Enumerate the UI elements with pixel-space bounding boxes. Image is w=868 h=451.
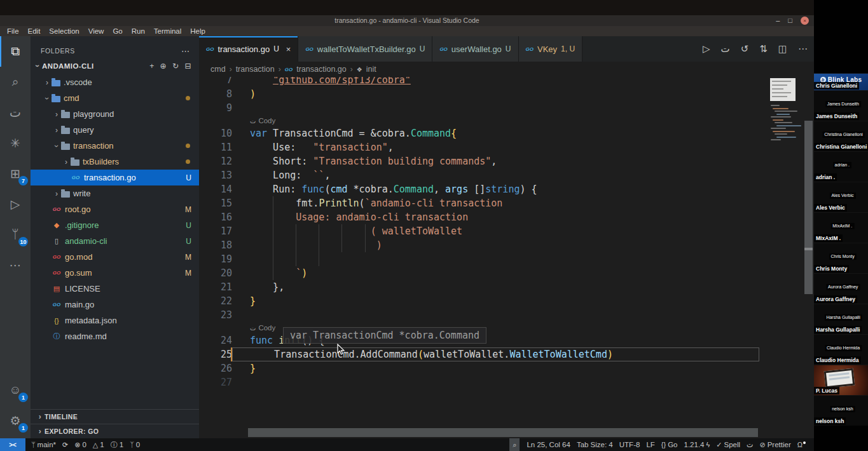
minimap[interactable] — [768, 77, 801, 178]
sync-icon[interactable]: ⟳ — [59, 438, 71, 451]
tab-transaction.go[interactable]: GOtransaction.goU× — [199, 36, 298, 62]
code-line-7[interactable]: 7 "github.com/spf13/cobra" — [199, 77, 759, 87]
participant-tile-Claudio Hermida[interactable]: Claudio HermidaClaudio Hermida — [814, 334, 868, 365]
code-line-11[interactable]: 11 Use: "transaction", — [199, 140, 759, 154]
collapse-button[interactable]: ⊟ — [185, 62, 191, 71]
activity-source-control-icon[interactable]: ᛘ10 — [0, 219, 31, 250]
code-line-16[interactable]: 16 Usage: andamio-cli transaction — [199, 210, 759, 224]
new-folder-button[interactable]: ⊕ — [160, 62, 167, 71]
activity-explorer-icon[interactable]: ⧉ — [0, 36, 31, 67]
codelens[interactable]: تCody — [199, 115, 759, 126]
tree-item-txBuilders[interactable]: ›txBuilders — [31, 154, 199, 170]
tree-item-andamio-cli[interactable]: ▯andamio-cliU — [31, 233, 199, 249]
tree-item-.vscode[interactable]: ›.vscode — [31, 74, 199, 90]
new-file-button[interactable]: + — [149, 62, 154, 71]
eol[interactable]: LF — [643, 438, 658, 451]
breadcrumb-item-init[interactable]: init — [366, 65, 376, 74]
remote-indicator[interactable]: >< — [0, 438, 25, 451]
code-line-17[interactable]: 17 ( walletToWallet — [199, 224, 759, 238]
code-line-8[interactable]: 8) — [199, 87, 759, 101]
menu-go[interactable]: Go — [108, 27, 127, 35]
run-button[interactable]: ▷ — [703, 43, 710, 55]
participant-tile-Harsha Gullapalli[interactable]: Harsha GullapalliHarsha Gullapalli — [814, 304, 868, 334]
tab-userWallet.go[interactable]: GOuserWallet.goU — [432, 36, 518, 62]
participant-tile-P. Lucas[interactable]: P. Lucas — [814, 365, 868, 395]
close-icon[interactable]: × — [286, 44, 291, 54]
git-branch[interactable]: ᛘmain* — [28, 438, 59, 451]
tree-item-playground[interactable]: ›playground — [31, 106, 199, 122]
menu-help[interactable]: Help — [186, 27, 210, 35]
language-mode[interactable]: {}Go — [658, 438, 681, 451]
workspace-root-row[interactable]: › ANDAMIO-CLI +⊕↻⊟ — [31, 58, 199, 74]
menu-run[interactable]: Run — [127, 27, 149, 35]
activity-run-debug-icon[interactable]: ▷ — [0, 189, 31, 219]
activity-cody-icon[interactable]: ت — [0, 97, 31, 128]
vertical-scrollbar[interactable] — [804, 121, 813, 294]
restore-button[interactable]: □ — [788, 17, 792, 25]
horizontal-scrollbar[interactable] — [248, 428, 758, 437]
explorer-go-section[interactable]: › EXPLORER: GO — [31, 424, 199, 438]
breadcrumb-item-cmd[interactable]: cmd — [210, 65, 226, 74]
tree-item-transaction[interactable]: ›transaction — [31, 138, 199, 154]
tree-item-metadata.json[interactable]: {}metadata.json — [31, 313, 199, 328]
activity-search-icon[interactable]: ⌕ — [0, 67, 31, 97]
go-version[interactable]: 1.21.4ϟ — [681, 438, 713, 451]
code-line-12[interactable]: 12 Short: "Transaction building commands… — [199, 154, 759, 168]
code-editor[interactable]: 7 "github.com/spf13/cobra"8)9تCody10var … — [199, 77, 814, 427]
participant-tile-MIxAxIM .[interactable]: MIxAxIM .MIxAxIM . — [814, 212, 868, 243]
more-actions-icon[interactable]: ⋯ — [798, 43, 808, 55]
code-line-25[interactable]: 25 TransactionCmd.AddCommand(walletToWal… — [199, 347, 759, 361]
tree-item-query[interactable]: ›query — [31, 122, 199, 138]
cody-status[interactable]: ت — [743, 438, 756, 451]
errors[interactable]: ⊗0 — [71, 438, 90, 451]
code-line-14[interactable]: 14 Run: func(cmd *cobra.Command, args []… — [199, 182, 759, 196]
code-line-21[interactable]: 21 }, — [199, 280, 759, 294]
tree-item-write[interactable]: ›write — [31, 185, 199, 201]
notifications-bell[interactable]: Ω — [794, 438, 809, 451]
participant-tile-James Dunseith[interactable]: James DunseithJames Dunseith — [814, 90, 868, 121]
participant-tile-Ales Verbic[interactable]: Ales VerbicAles Verbic — [814, 182, 868, 212]
encoding[interactable]: UTF-8 — [616, 438, 644, 451]
zoom-indicator[interactable]: ⌕ — [509, 438, 520, 451]
cursor-position[interactable]: Ln 25, Col 64 — [523, 438, 573, 451]
cody-icon[interactable]: ت — [721, 43, 730, 55]
tree-item-go.sum[interactable]: GOgo.sumM — [31, 265, 199, 281]
tree-item-.gitignore[interactable]: ◆.gitignoreU — [31, 217, 199, 233]
code-line-27[interactable]: 27 — [199, 375, 759, 389]
refresh-button[interactable]: ↻ — [172, 62, 179, 71]
code-line-10[interactable]: 10var TransactionCmd = &cobra.Command{ — [199, 126, 759, 140]
menu-file[interactable]: File — [3, 27, 24, 35]
participant-tile-Chris Gianelloni[interactable]: bBlink LabsChris Gianelloni — [814, 73, 868, 90]
participant-tile-Chris Monty[interactable]: Chris MontyChris Monty — [814, 243, 868, 273]
tree-item-LICENSE[interactable]: ▤LICENSE — [31, 281, 199, 297]
spell-checker[interactable]: ✓Spell — [713, 438, 743, 451]
activity-extensions-icon[interactable]: ⊞7 — [0, 158, 31, 189]
code-line-9[interactable]: 9 — [199, 101, 759, 115]
tree-item-main.go[interactable]: GOmain.go — [31, 297, 199, 313]
menu-selection[interactable]: Selection — [45, 27, 83, 35]
tab-walletToWalletTxBuilder.go[interactable]: GOwalletToWalletTxBuilder.goU — [298, 36, 432, 62]
participant-tile-Aurora Gaffney[interactable]: Aurora GaffneyAurora Gaffney — [814, 273, 868, 304]
warnings[interactable]: △1 — [90, 438, 107, 451]
activity-snowflake-icon[interactable]: ✳ — [0, 128, 31, 158]
participant-tile-Christina Gianelloni[interactable]: Christina GianelloniChristina Gianelloni — [814, 121, 868, 151]
sync-changes-icon[interactable]: ⇅ — [759, 43, 768, 55]
code-line-23[interactable]: 23 — [199, 308, 759, 322]
code-line-19[interactable]: 19 — [199, 252, 759, 266]
tree-item-go.mod[interactable]: GOgo.modM — [31, 249, 199, 265]
minimize-button[interactable]: – — [776, 17, 780, 25]
code-line-15[interactable]: 15 fmt.Println(`andamio-cli transaction — [199, 196, 759, 210]
tree-item-readme.md[interactable]: ⓘreadme.md — [31, 328, 199, 344]
close-button[interactable]: × — [801, 17, 809, 25]
breadcrumb[interactable]: cmd›transaction›GOtransaction.go›❖init — [199, 62, 814, 77]
breadcrumb-item-transaction[interactable]: transaction — [236, 65, 275, 74]
code-line-18[interactable]: 18 ) — [199, 238, 759, 252]
tab-VKey[interactable]: GOVKey1, U — [519, 36, 583, 62]
timeline-section[interactable]: › TIMELINE — [31, 409, 199, 424]
code-line-26[interactable]: 26} — [199, 361, 759, 375]
tree-item-cmd[interactable]: ›cmd — [31, 90, 199, 106]
menu-terminal[interactable]: Terminal — [149, 27, 186, 35]
indentation[interactable]: Tab Size: 4 — [574, 438, 616, 451]
participant-tile-nelson ksh[interactable]: nelson kshnelson ksh — [814, 395, 868, 426]
activity-more-views-icon[interactable]: ⋯ — [0, 250, 31, 280]
